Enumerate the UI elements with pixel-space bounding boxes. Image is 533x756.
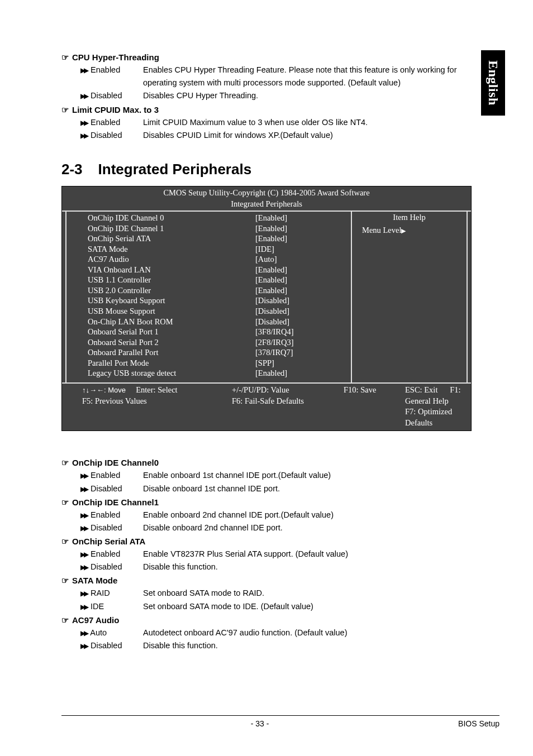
option-row: ▶▶ Auto Autodetect onboard AC'97 audio f… (80, 626, 472, 639)
bios-setting-row[interactable]: OnChip IDE Channel 0[Enabled] (66, 213, 351, 223)
bios-header: CMOS Setup Utility-Copyright (C) 1984-20… (62, 186, 471, 210)
bios-setting-name: Parallel Port Mode (70, 358, 255, 369)
bios-setting-value[interactable]: [Enabled] (255, 213, 348, 223)
sigma-icon: ☞ (61, 53, 69, 62)
option-row: ▶▶ Disabled Disables CPUID Limit for win… (80, 129, 472, 142)
heading-ide1: ☞OnChip IDE Channel1 (61, 497, 472, 508)
dbl-arrow-icon: ▶▶ (80, 66, 87, 74)
bios-setting-value[interactable]: [Auto] (255, 254, 348, 265)
bios-setting-row[interactable]: On-Chip LAN Boot ROM[Disabled] (66, 317, 351, 327)
bios-setting-name: On-Chip LAN Boot ROM (70, 317, 255, 327)
dbl-arrow-icon: ▶▶ (80, 472, 87, 480)
heading-ac97: ☞AC97 Audio (61, 615, 472, 625)
dbl-arrow-icon: ▶▶ (80, 511, 87, 519)
bios-setting-value[interactable]: [Enabled] (255, 368, 348, 379)
option-row: ▶▶ Enabled Enable onboard 2nd channel ID… (80, 509, 472, 521)
sigma-icon: ☞ (61, 616, 69, 625)
bios-setting-value[interactable]: [Enabled] (255, 265, 348, 275)
bios-setting-name: VIA Onboard LAN (70, 265, 255, 275)
bios-setting-name: USB Mouse Support (70, 306, 255, 317)
bios-setting-row[interactable]: USB 1.1 Controller[Enabled] (66, 275, 351, 285)
bios-setting-row[interactable]: OnChip IDE Channel 1[Enabled] (66, 223, 351, 234)
heading-cpu-ht: ☞CPU Hyper-Threading (61, 52, 472, 63)
bios-setting-value[interactable]: [SPP] (255, 358, 348, 369)
option-row: ▶▶ Enabled Enable VT8237R Plus Serial AT… (80, 548, 472, 561)
bios-setting-name: USB 2.0 Controller (70, 285, 255, 296)
bios-setting-name: Onboard Serial Port 2 (70, 337, 255, 348)
bios-setting-value[interactable]: [Disabled] (255, 306, 348, 317)
option-row: ▶▶ Enabled Enable onboard 1st channel ID… (80, 469, 472, 482)
heading-integrated-peripherals: 2-3Integrated Peripherals (61, 161, 472, 178)
bios-help-panel: Item Help Menu Level▶ (352, 212, 468, 382)
bios-setting-value[interactable]: [378/IRQ7] (255, 347, 348, 358)
language-tab: English (481, 50, 505, 116)
option-row: ▶▶ Enabled Limit CPUID Maximum value to … (80, 116, 472, 129)
dbl-arrow-icon: ▶▶ (80, 590, 87, 597)
heading-sata-mode: ☞SATA Mode (61, 576, 472, 586)
bios-setting-value[interactable]: [Enabled] (255, 223, 348, 234)
footer-section: BIOS Setup (458, 719, 499, 728)
bios-setting-name: USB 1.1 Controller (70, 275, 255, 285)
bios-setting-value[interactable]: [Disabled] (255, 295, 348, 306)
bios-settings-table[interactable]: OnChip IDE Channel 0[Enabled]OnChip IDE … (65, 212, 352, 382)
option-row: ▶▶ IDE Set onboard SATA mode to IDE. (De… (80, 600, 472, 613)
bios-setting-row[interactable]: Onboard Serial Port 1[3F8/IRQ4] (66, 327, 351, 337)
bios-setting-row[interactable]: Legacy USB storage detect[Enabled] (66, 368, 351, 379)
dbl-arrow-icon: ▶▶ (80, 485, 87, 493)
dbl-arrow-icon: ▶▶ (80, 629, 87, 637)
bios-setting-value[interactable]: [Enabled] (255, 285, 348, 296)
bios-setting-value[interactable]: [Enabled] (255, 233, 348, 244)
heading-limit-cpuid: ☞Limit CPUID Max. to 3 (61, 105, 472, 115)
dbl-arrow-icon: ▶▶ (80, 119, 87, 127)
heading-ide0: ☞OnChip IDE Channel0 (61, 458, 472, 468)
bios-setting-name: Legacy USB storage detect (70, 368, 255, 379)
sigma-icon: ☞ (61, 576, 69, 585)
bios-setting-row[interactable]: OnChip Serial ATA[Enabled] (66, 233, 351, 244)
bios-setting-name: SATA Mode (70, 244, 255, 255)
dbl-arrow-icon: ▶▶ (80, 642, 87, 650)
bios-footer: ↑↓→←: Move Enter: Select F5: Previous Va… (62, 384, 471, 430)
option-row: ▶▶ RAID Set onboard SATA mode to RAID. (80, 587, 472, 600)
bios-setting-value[interactable]: [Enabled] (255, 275, 348, 285)
triangle-icon: ▶ (401, 227, 406, 234)
option-row: ▶▶ Disabled Disables CPU Hyper Threading… (80, 89, 472, 102)
dbl-arrow-icon: ▶▶ (80, 551, 87, 558)
option-row: ▶▶ Disabled Disable this function. (80, 639, 472, 652)
bios-setting-name: Onboard Serial Port 1 (70, 327, 255, 337)
dbl-arrow-icon: ▶▶ (80, 563, 87, 571)
footer-divider (61, 715, 499, 716)
bios-setting-name: OnChip Serial ATA (70, 233, 255, 244)
bios-setting-row[interactable]: VIA Onboard LAN[Enabled] (66, 265, 351, 275)
bios-setting-row[interactable]: USB Mouse Support[Disabled] (66, 306, 351, 317)
heading-sata: ☞OnChip Serial ATA (61, 537, 472, 547)
bios-setting-value[interactable]: [2F8/IRQ3] (255, 337, 348, 348)
bios-setting-row[interactable]: Onboard Serial Port 2[2F8/IRQ3] (66, 337, 351, 348)
bios-setting-row[interactable]: Parallel Port Mode[SPP] (66, 358, 351, 369)
bios-setting-row[interactable]: AC97 Audio[Auto] (66, 254, 351, 265)
bios-setting-value[interactable]: [IDE] (255, 244, 348, 255)
bios-setting-name: Onboard Parallel Port (70, 347, 255, 358)
page-number: - 33 - (61, 719, 458, 728)
sigma-icon: ☞ (61, 537, 69, 546)
option-row: ▶▶ Disabled Disable onboard 2nd channel … (80, 521, 472, 534)
sigma-icon: ☞ (61, 498, 69, 507)
dbl-arrow-icon: ▶▶ (80, 92, 87, 100)
dbl-arrow-icon: ▶▶ (80, 603, 87, 611)
option-row: ▶▶ Disabled Disable this function. (80, 561, 472, 573)
bios-setting-row[interactable]: Onboard Parallel Port[378/IRQ7] (66, 347, 351, 358)
bios-setting-row[interactable]: USB Keyboard Support[Disabled] (66, 295, 351, 306)
bios-setting-name: USB Keyboard Support (70, 295, 255, 306)
bios-setting-name: AC97 Audio (70, 254, 255, 265)
sigma-icon: ☞ (61, 106, 69, 114)
bios-setting-value[interactable]: [Disabled] (255, 317, 348, 327)
bios-setting-row[interactable]: USB 2.0 Controller[Enabled] (66, 285, 351, 296)
bios-setting-name: OnChip IDE Channel 0 (70, 213, 255, 223)
bios-setting-row[interactable]: SATA Mode[IDE] (66, 244, 351, 255)
bios-screen: CMOS Setup Utility-Copyright (C) 1984-20… (61, 186, 472, 431)
bios-setting-value[interactable]: [3F8/IRQ4] (255, 327, 348, 337)
dbl-arrow-icon: ▶▶ (80, 132, 87, 140)
option-desc: Disables CPU Hyper Threading. (143, 89, 472, 102)
option-row: ▶▶ Enabled Enables CPU Hyper Threading F… (80, 64, 472, 89)
bios-setting-name: OnChip IDE Channel 1 (70, 223, 255, 234)
option-desc: Disables CPUID Limit for windows XP.(Def… (143, 129, 472, 142)
